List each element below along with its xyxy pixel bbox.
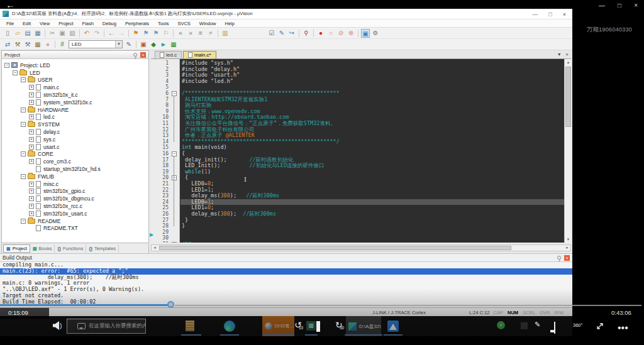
snippet-icon[interactable]: ↪: [287, 29, 296, 38]
taskbar-item-app[interactable]: ▦: [306, 321, 316, 331]
fold-collapse-icon[interactable]: −: [172, 175, 177, 180]
indent-icon[interactable]: »: [186, 29, 195, 38]
volume-icon[interactable]: ): [53, 321, 62, 330]
cut-icon[interactable]: ✂: [48, 29, 57, 38]
tree-item-fwlib[interactable]: −FWLIB: [2, 173, 148, 180]
pin-icon[interactable]: [557, 256, 561, 260]
translate-icon[interactable]: ⇄: [3, 40, 12, 49]
tree-item-led.c[interactable]: +led.c: [2, 114, 148, 121]
menu-window[interactable]: Window: [195, 21, 221, 26]
tab-list-chevron-icon[interactable]: ▾: [558, 52, 560, 57]
player-minimize-button[interactable]: —: [599, 1, 605, 9]
bookmark-next-icon[interactable]: ⚑: [152, 29, 160, 38]
tree-item-delay.c[interactable]: +delay.c: [2, 128, 148, 136]
panel-tab-templates[interactable]: {}Templates: [86, 244, 119, 253]
taskbar-search-input[interactable]: 在这里输入你要搜索的内容: [67, 319, 146, 334]
breakpoint-kill-all-icon[interactable]: ⊗: [347, 29, 355, 38]
vscroll-thumb[interactable]: [565, 67, 571, 127]
collapse-icon[interactable]: −: [21, 107, 26, 112]
pause-icon[interactable]: [316, 321, 320, 332]
nav-forward-icon[interactable]: →: [117, 29, 126, 38]
scroll-right-icon[interactable]: ►: [564, 245, 570, 251]
bookmark-prev-icon[interactable]: ⚑: [142, 29, 150, 38]
menu-project[interactable]: Project: [54, 21, 77, 26]
build-output-close-icon[interactable]: ×: [564, 255, 570, 261]
rebuild-icon[interactable]: ⚒: [23, 40, 32, 49]
outdent-icon[interactable]: «: [176, 29, 185, 38]
tree-item-system_stm32f10x.c[interactable]: +system_stm32f10x.c: [2, 99, 148, 106]
tray-icon[interactable]: [521, 322, 528, 329]
collapse-icon[interactable]: −: [21, 174, 26, 179]
menu-tools[interactable]: Tools: [153, 21, 174, 26]
rewind-10-icon[interactable]: ↺10: [294, 319, 302, 331]
hscroll-thumb[interactable]: [159, 246, 511, 250]
menu-peripherals[interactable]: Peripherals: [121, 21, 153, 26]
stop-build-icon[interactable]: ●: [43, 40, 52, 49]
panel-tab-books[interactable]: ▤Books: [30, 244, 55, 253]
fold-collapse-icon[interactable]: −: [172, 242, 177, 243]
flash-load-icon[interactable]: ◆: [149, 40, 158, 49]
tree-item-usart.c[interactable]: +usart.c: [2, 143, 148, 151]
save-icon[interactable]: ▤: [23, 29, 32, 38]
expand-icon[interactable]: +: [29, 159, 34, 164]
tree-item-stm32f10x_gpio.c[interactable]: +stm32f10x_gpio.c: [2, 188, 148, 195]
tree-item-sys.c[interactable]: +sys.c: [2, 136, 148, 143]
breakpoint-disable-all-icon[interactable]: ⊘: [336, 29, 345, 38]
scroll-up-icon[interactable]: ▲: [565, 59, 571, 65]
menu-svcs[interactable]: SVCS: [173, 21, 194, 26]
more-options-icon[interactable]: •••: [618, 322, 628, 334]
undo-icon[interactable]: ↶: [82, 29, 91, 38]
debug-icon[interactable]: ►: [159, 40, 168, 49]
expand-icon[interactable]: +: [29, 85, 34, 90]
tree-item-main.c[interactable]: +main.c: [2, 84, 148, 91]
edit-config-icon[interactable]: ✎: [277, 29, 286, 38]
splitter-arrow-icon[interactable]: ▶: [150, 232, 153, 238]
expand-icon[interactable]: +: [29, 182, 34, 187]
security-tray-icon[interactable]: ✓: [497, 321, 505, 329]
expand-icon[interactable]: +: [29, 145, 34, 150]
edit-pencil-icon[interactable]: ✎: [535, 320, 540, 329]
editor-tab-main-c[interactable]: main.c*: [183, 51, 216, 58]
tree-item-stm32f10x_rcc.c[interactable]: +stm32f10x_rcc.c: [2, 202, 148, 210]
tree-item-led[interactable]: −LED: [2, 69, 148, 77]
tree-item-hardware[interactable]: −HARDWARE: [2, 106, 148, 114]
back-icon[interactable]: ←: [6, 0, 15, 9]
flash-erase-icon[interactable]: ▣: [139, 40, 148, 49]
pack-installer-icon[interactable]: ▦: [169, 40, 178, 49]
tree-item-project-led[interactable]: −Project: LED: [2, 62, 148, 69]
expand-icon[interactable]: +: [29, 129, 34, 134]
taskbar-item-notebook[interactable]: [186, 320, 194, 331]
configure-icon[interactable]: ⚙: [371, 29, 380, 38]
bookmark-icon[interactable]: ⚑: [131, 29, 140, 38]
collapse-icon[interactable]: −: [21, 77, 26, 82]
rotate-360-icon[interactable]: 360°: [573, 322, 583, 328]
expand-icon[interactable]: +: [29, 114, 34, 119]
expand-icon[interactable]: +: [29, 204, 34, 209]
fullscreen-icon[interactable]: [596, 321, 604, 332]
panel-tab-functions[interactable]: {}Functions: [55, 244, 86, 253]
save-all-icon[interactable]: ▦: [33, 29, 42, 38]
seekbar-track[interactable]: [175, 305, 641, 306]
video-content[interactable]: D:\A盘32\精英板 资料盘(A盘)\4、程序源码\2、标准例程-库函数版本\…: [0, 9, 572, 336]
taskbar-item-edge[interactable]: [224, 320, 235, 332]
forward-30-icon[interactable]: ↻30: [335, 319, 343, 331]
breakpoint-icon[interactable]: ●: [316, 29, 325, 38]
fold-collapse-icon[interactable]: −: [172, 91, 177, 96]
menu-flash[interactable]: Flash: [78, 21, 98, 26]
uvision-maximize-button[interactable]: □: [548, 11, 552, 18]
tree-item-readme[interactable]: −README: [2, 217, 148, 225]
menu-edit[interactable]: Edit: [18, 21, 35, 26]
tree-item-stm32f10x_usart.c[interactable]: +stm32f10x_usart.c: [2, 210, 148, 217]
bookmark-clear-icon[interactable]: ⚐: [162, 29, 170, 38]
tree-item-stm32f10x_dbgmcu.c[interactable]: +stm32f10x_dbgmcu.c: [2, 195, 148, 202]
fold-collapse-icon[interactable]: −: [172, 151, 177, 156]
player-close-button[interactable]: ×: [634, 1, 638, 9]
uvision-close-button[interactable]: ×: [563, 11, 566, 18]
comment-icon[interactable]: ≡: [196, 29, 205, 38]
menu-debug[interactable]: Debug: [98, 21, 121, 26]
tree-item-misc.c[interactable]: +misc.c: [2, 180, 148, 188]
tree-item-core_cm3.c[interactable]: +core_cm3.c: [2, 158, 148, 165]
uvision-minimize-button[interactable]: —: [532, 11, 538, 18]
scroll-left-icon[interactable]: ◄: [152, 245, 158, 251]
pin-icon[interactable]: [133, 53, 137, 57]
